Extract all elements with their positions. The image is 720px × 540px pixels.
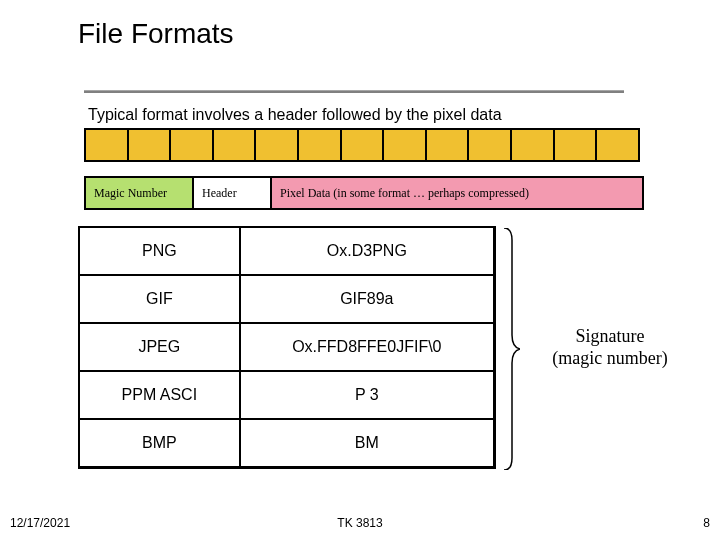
magic-number-segment: Magic Number — [86, 178, 194, 208]
byte-box — [86, 130, 129, 160]
byte-box — [256, 130, 299, 160]
format-name-cell: PPM ASCI — [79, 371, 240, 419]
table-row: PPM ASCI P 3 — [79, 371, 495, 419]
byte-box — [214, 130, 257, 160]
pixel-data-segment: Pixel Data (in some format … perhaps com… — [272, 178, 642, 208]
file-structure-row: Magic Number Header Pixel Data (in some … — [84, 176, 644, 210]
byte-box — [299, 130, 342, 160]
header-segment: Header — [194, 178, 272, 208]
format-sig-cell: Ox.D3PNG — [240, 227, 495, 275]
annotation-line1: Signature — [576, 326, 645, 346]
byte-box — [427, 130, 470, 160]
format-sig-cell: P 3 — [240, 371, 495, 419]
byte-box — [171, 130, 214, 160]
footer-course-code: TK 3813 — [0, 516, 720, 530]
byte-boxes-row — [84, 128, 640, 162]
byte-box — [342, 130, 385, 160]
intro-text: Typical format involves a header followe… — [88, 106, 502, 124]
format-sig-cell: Ox.FFD8FFE0JFIF\0 — [240, 323, 495, 371]
table-row: GIF GIF89a — [79, 275, 495, 323]
curly-brace-icon — [500, 228, 520, 470]
table-row: JPEG Ox.FFD8FFE0JFIF\0 — [79, 323, 495, 371]
format-name-cell: BMP — [79, 419, 240, 467]
format-sig-cell: BM — [240, 419, 495, 467]
byte-box — [555, 130, 598, 160]
title-underline — [84, 90, 624, 94]
byte-box — [469, 130, 512, 160]
format-sig-cell: GIF89a — [240, 275, 495, 323]
format-name-cell: GIF — [79, 275, 240, 323]
format-name-cell: JPEG — [79, 323, 240, 371]
table-row: BMP BM — [79, 419, 495, 467]
byte-box — [384, 130, 427, 160]
byte-box — [597, 130, 638, 160]
format-name-cell: PNG — [79, 227, 240, 275]
slide-title: File Formats — [78, 18, 234, 50]
footer-page-number: 8 — [703, 516, 710, 530]
brace-annotation: Signature (magic number) — [530, 326, 690, 369]
annotation-line2: (magic number) — [552, 348, 667, 368]
table-row: PNG Ox.D3PNG — [79, 227, 495, 275]
formats-table: PNG Ox.D3PNG GIF GIF89a JPEG Ox.FFD8FFE0… — [78, 226, 496, 469]
byte-box — [129, 130, 172, 160]
byte-box — [512, 130, 555, 160]
